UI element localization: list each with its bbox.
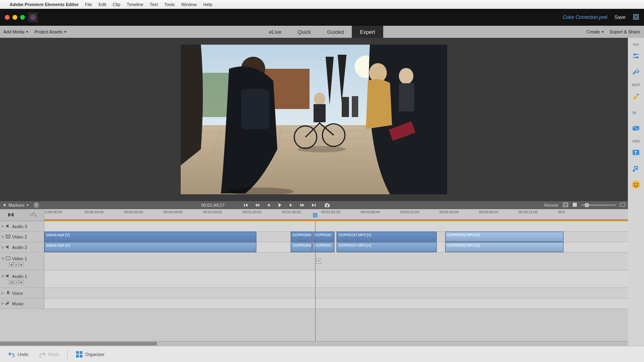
graphics-smiley-icon[interactable]	[630, 179, 642, 191]
goto-end-icon[interactable]	[311, 202, 316, 208]
collapse-track-icon[interactable]: ▽	[2, 275, 4, 278]
timeline-zoom-slider[interactable]	[581, 204, 616, 206]
goto-start-icon[interactable]	[243, 202, 249, 208]
timeline-ruler[interactable]: 0;00;00;00 00;00;16;00 00;00;32;00 00;00…	[44, 209, 628, 221]
clip-g026-a[interactable]: GOPR026	[312, 242, 334, 252]
playhead-line[interactable]	[315, 221, 316, 341]
audio-tool-icon[interactable]	[29, 211, 37, 219]
speaker-icon[interactable]	[6, 245, 10, 250]
clip-g026-v[interactable]: GOPR026	[312, 232, 334, 242]
expand-track-icon[interactable]: ▷	[2, 224, 4, 228]
track-nudge-left-icon[interactable]: ◂	[9, 280, 14, 284]
fullscreen-icon[interactable]	[633, 14, 639, 21]
window-minimize-button[interactable]	[12, 15, 17, 20]
track-video1: ▽Video 1 ◂ • ▸ ✕	[0, 253, 628, 270]
menu-help[interactable]: Help	[203, 2, 213, 7]
marker-delete-icon[interactable]: ✕	[316, 259, 321, 263]
menu-text[interactable]: Text	[150, 2, 158, 7]
play-icon[interactable]	[277, 202, 283, 208]
timeline-horizontal-scrollbar[interactable]	[0, 341, 628, 346]
collapse-track-icon[interactable]: ▽	[2, 257, 4, 261]
film-icon[interactable]	[6, 234, 10, 240]
separator	[67, 350, 68, 359]
program-monitor[interactable]	[181, 45, 447, 194]
titles-icon[interactable]: T	[630, 146, 642, 158]
snapshot-camera-icon[interactable]	[324, 202, 330, 208]
note-icon[interactable]	[6, 301, 10, 306]
menu-edit[interactable]: Edit	[99, 2, 106, 7]
work-area-bar[interactable]	[44, 219, 628, 221]
track-nudge-right-icon[interactable]: ▸	[19, 280, 24, 284]
clip-sedona-v[interactable]: edona.mp4 [V]	[44, 232, 256, 242]
menu-file[interactable]: File	[85, 2, 92, 7]
clip-g202-v[interactable]: GOPR0202.MP4 [V]	[445, 232, 564, 242]
clip-g264-v[interactable]: GOPR0264.	[291, 232, 312, 242]
tab-guided[interactable]: Guided	[319, 26, 352, 38]
clip-sedona-a[interactable]: edona.mp4 [A]	[44, 242, 256, 252]
prev-frame-icon[interactable]	[266, 202, 271, 208]
timeline-tools	[0, 209, 44, 221]
clip-g202-a[interactable]: GOPR0202.MP4 [A]	[445, 242, 564, 252]
expand-track-icon[interactable]: ▷	[2, 235, 4, 239]
step-back-icon[interactable]	[254, 202, 260, 208]
selection-tool-icon[interactable]	[7, 211, 14, 219]
menu-tools[interactable]: Tools	[164, 2, 175, 7]
fx-icon[interactable]: fx	[630, 106, 642, 118]
next-frame-icon[interactable]	[288, 202, 294, 208]
save-button[interactable]: Save	[615, 14, 625, 20]
project-assets-button[interactable]: Project Assets▼	[35, 29, 67, 34]
svg-point-6	[634, 54, 636, 56]
svg-rect-63	[564, 204, 567, 206]
music-icon[interactable]	[630, 162, 642, 175]
organizer-button[interactable]: Organizer	[72, 349, 109, 360]
transitions-icon[interactable]	[630, 122, 642, 134]
track-nudge-left-icon[interactable]: ◂	[9, 262, 14, 267]
help-icon[interactable]: ?	[33, 202, 39, 208]
section-add-label: ADD	[632, 139, 640, 143]
render-button[interactable]: Render	[544, 203, 559, 208]
tools-wrench-icon[interactable]	[630, 66, 642, 78]
tab-elive[interactable]: eLive	[261, 26, 289, 38]
expand-track-icon[interactable]: ▷	[2, 302, 4, 305]
window-close-button[interactable]	[5, 15, 10, 20]
film-icon[interactable]	[6, 256, 10, 261]
speaker-icon[interactable]	[6, 224, 10, 229]
svg-rect-66	[8, 213, 10, 216]
clip-g264-a[interactable]: GOPR0264.	[291, 242, 312, 252]
svg-marker-56	[302, 204, 304, 207]
mic-icon[interactable]	[6, 290, 10, 296]
track-nudge-mid-icon[interactable]: •	[14, 262, 19, 267]
create-button[interactable]: Create▼	[586, 29, 604, 34]
tab-expert[interactable]: Expert	[352, 26, 383, 38]
redo-button[interactable]: Redo	[35, 349, 63, 360]
timeline-header: ▼ Markers ▼ ? 00;01;49;27 Render	[0, 201, 628, 209]
track-nudge-right-icon[interactable]: ▸	[19, 262, 24, 267]
speaker-icon[interactable]	[6, 274, 10, 279]
effects-brush-icon[interactable]	[630, 90, 642, 102]
adjust-tool-icon[interactable]	[630, 50, 642, 62]
window-zoom-button[interactable]	[20, 15, 25, 20]
view-toggle-icon[interactable]	[572, 202, 577, 208]
export-share-button[interactable]: Export & Share	[610, 29, 640, 34]
undo-button[interactable]: Undo	[4, 349, 32, 360]
fit-timeline-icon[interactable]	[620, 202, 625, 208]
current-timecode[interactable]: 00;01;49;27	[201, 203, 225, 208]
playhead-handle[interactable]	[313, 213, 317, 217]
main-toolbar: Add Media▼ Project Assets▼ eLive Quick G…	[0, 26, 644, 38]
track-nudge-mid-icon[interactable]: •	[14, 280, 19, 284]
menu-clip[interactable]: Clip	[113, 2, 120, 7]
step-fwd-icon[interactable]	[299, 202, 305, 208]
add-media-button[interactable]: Add Media▼	[3, 29, 29, 34]
expand-track-icon[interactable]: ▷	[2, 291, 4, 295]
track-video2: ▷Video 2 edona.mp4 [V] GOPR0264. GOPR026…	[0, 232, 628, 242]
expand-track-icon[interactable]: ▷	[2, 245, 4, 249]
menu-timeline[interactable]: Timeline	[127, 2, 143, 7]
safe-margins-icon[interactable]	[563, 202, 568, 208]
svg-point-42	[399, 68, 413, 84]
tab-quick[interactable]: Quick	[289, 26, 319, 38]
clip-g137-a[interactable]: GOPR0137.MP4 [A]	[336, 242, 437, 252]
menu-window[interactable]: Window	[181, 2, 197, 7]
clip-g137-v[interactable]: GOPR0137.MP4 [V]	[336, 232, 437, 242]
app-name-menu[interactable]: Adobe Premiere Elements Editor	[10, 2, 78, 7]
markers-dropdown[interactable]: Markers ▼	[8, 203, 29, 208]
